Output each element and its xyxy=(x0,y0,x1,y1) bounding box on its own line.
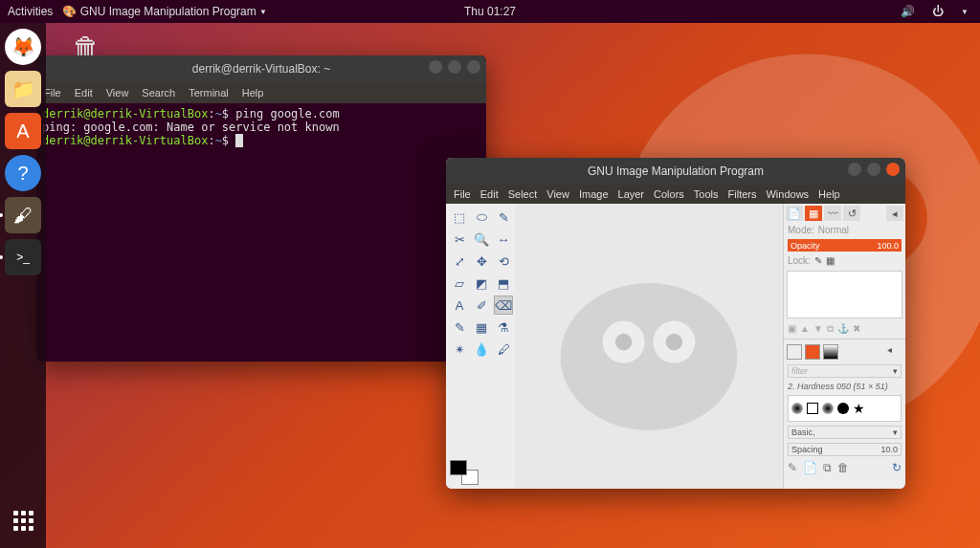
tool-18[interactable]: ✴ xyxy=(450,340,469,359)
maximize-button[interactable] xyxy=(448,60,461,74)
minimize-button[interactable] xyxy=(429,60,442,74)
tool-7[interactable]: ✥ xyxy=(472,252,491,271)
tool-6[interactable]: ⤢ xyxy=(450,252,469,271)
duplicate-brush-icon[interactable]: ⧉ xyxy=(823,461,832,474)
dock-software[interactable]: A xyxy=(5,113,41,149)
tool-12[interactable]: A xyxy=(450,296,469,315)
gimp-titlebar[interactable]: GNU Image Manipulation Program xyxy=(446,158,905,185)
dock-terminal[interactable]: >_ xyxy=(5,239,41,275)
gimp-menu-tools[interactable]: Tools xyxy=(694,188,719,200)
terminal-menu-view[interactable]: View xyxy=(106,87,129,99)
brush-preset-dropdown[interactable]: Basic,▾ xyxy=(788,426,902,439)
lower-layer-icon[interactable]: ▼ xyxy=(813,323,823,335)
tool-17[interactable]: ⚗ xyxy=(494,318,513,337)
configure-tab-icon[interactable]: ◂ xyxy=(887,344,902,360)
opacity-slider[interactable]: Opacity 100.0 xyxy=(788,239,902,252)
new-brush-icon[interactable]: 📄 xyxy=(803,461,817,474)
channels-tab[interactable]: ▦ xyxy=(805,206,822,221)
terminal-menu-file[interactable]: File xyxy=(44,87,61,99)
tool-9[interactable]: ▱ xyxy=(450,274,469,293)
terminal-titlebar[interactable]: derrik@derrik-VirtualBox: ~ xyxy=(36,55,486,82)
gimp-window: GNU Image Manipulation Program File Edit… xyxy=(446,158,905,489)
gimp-menu-windows[interactable]: Windows xyxy=(766,188,809,200)
layers-tab[interactable]: 📄 xyxy=(786,206,803,221)
dock-files[interactable]: 📁 xyxy=(5,71,41,107)
close-button[interactable] xyxy=(467,60,480,74)
gimp-canvas[interactable] xyxy=(515,204,783,489)
tool-5[interactable]: ↔ xyxy=(494,230,513,249)
gimp-menu-select[interactable]: Select xyxy=(508,188,538,200)
tool-20[interactable]: 🖊 xyxy=(494,340,513,359)
tool-1[interactable]: ⬭ xyxy=(472,208,491,227)
minimize-button[interactable] xyxy=(848,163,861,176)
dock-gimp[interactable]: 🖌 xyxy=(5,197,41,233)
tool-4[interactable]: 🔍 xyxy=(472,230,491,249)
delete-layer-icon[interactable]: ✖ xyxy=(853,323,860,335)
tool-3[interactable]: ✂ xyxy=(450,230,469,249)
gimp-menu-filters[interactable]: Filters xyxy=(728,188,757,200)
terminal-menu-terminal[interactable]: Terminal xyxy=(189,87,229,99)
wilber-logo xyxy=(515,204,783,489)
anchor-layer-icon[interactable]: ⚓ xyxy=(837,323,849,335)
layers-list[interactable] xyxy=(787,271,902,318)
system-menu-chevron-icon[interactable]: ▼ xyxy=(961,8,969,16)
clock[interactable]: Thu 01:27 xyxy=(464,5,516,18)
dock-firefox[interactable]: 🦊 xyxy=(5,29,41,65)
activities-button[interactable]: Activities xyxy=(8,5,53,18)
dock-help[interactable]: ? xyxy=(5,155,41,191)
terminal-menu-help[interactable]: Help xyxy=(242,87,264,99)
gimp-menu-layer[interactable]: Layer xyxy=(618,188,645,200)
terminal-body[interactable]: derrik@derrik-VirtualBox:~$ ping google.… xyxy=(36,103,486,362)
tool-0[interactable]: ⬚ xyxy=(450,208,469,227)
gimp-menu-edit[interactable]: Edit xyxy=(480,188,499,200)
terminal-menu-search[interactable]: Search xyxy=(142,87,175,99)
patterns-tab[interactable] xyxy=(805,344,820,360)
maximize-button[interactable] xyxy=(867,163,880,176)
svg-point-6 xyxy=(615,334,633,351)
tool-14[interactable]: ⌫ xyxy=(494,296,513,315)
gimp-dock-right: 📄 ▦ 〰 ↺ ◂ Mode: Normal Opacity 100.0 Loc… xyxy=(783,204,905,489)
app-menu[interactable]: 🎨 GNU Image Manipulation Program ▼ xyxy=(62,5,267,18)
gnome-topbar: Activities 🎨 GNU Image Manipulation Prog… xyxy=(0,0,980,23)
gimp-menu-file[interactable]: File xyxy=(454,188,471,200)
new-layer-icon[interactable]: ▣ xyxy=(788,323,796,335)
tool-10[interactable]: ◩ xyxy=(472,274,491,293)
volume-icon[interactable]: 🔊 xyxy=(901,5,915,18)
refresh-brush-icon[interactable]: ↻ xyxy=(892,461,902,474)
duplicate-layer-icon[interactable]: ⧉ xyxy=(827,323,834,335)
tool-8[interactable]: ⟲ xyxy=(494,252,513,271)
tool-19[interactable]: 💧 xyxy=(472,340,491,359)
terminal-menubar: File Edit View Search Terminal Help xyxy=(36,82,486,103)
tool-11[interactable]: ⬒ xyxy=(494,274,513,293)
terminal-menu-edit[interactable]: Edit xyxy=(75,87,93,99)
raise-layer-icon[interactable]: ▲ xyxy=(800,323,810,335)
tool-15[interactable]: ✎ xyxy=(450,318,469,337)
brush-filter-input[interactable]: filter▾ xyxy=(788,364,902,378)
edit-brush-icon[interactable]: ✎ xyxy=(788,461,797,474)
paths-tab[interactable]: 〰 xyxy=(824,206,841,221)
show-applications-button[interactable] xyxy=(5,502,41,538)
svg-point-3 xyxy=(561,283,738,430)
tool-16[interactable]: ▦ xyxy=(472,318,491,337)
gimp-menu-view[interactable]: View xyxy=(546,188,569,200)
brushes-tab[interactable] xyxy=(787,344,802,360)
brush-preview-grid[interactable] xyxy=(788,395,902,422)
gimp-menu-help[interactable]: Help xyxy=(818,188,840,200)
gimp-menu-colors[interactable]: Colors xyxy=(654,188,684,200)
tool-2[interactable]: ✎ xyxy=(494,208,513,227)
gimp-menu-image[interactable]: Image xyxy=(579,188,609,200)
tool-13[interactable]: ✐ xyxy=(472,296,491,315)
lock-pixels-icon[interactable]: ✎ xyxy=(814,255,822,266)
spacing-spinner[interactable]: Spacing 10.0 xyxy=(788,443,902,456)
lock-alpha-icon[interactable]: ▦ xyxy=(826,255,835,266)
svg-point-7 xyxy=(666,334,683,351)
mode-value[interactable]: Normal xyxy=(818,225,902,235)
undo-tab[interactable]: ↺ xyxy=(843,206,860,221)
configure-tab-icon[interactable]: ◂ xyxy=(886,206,903,221)
fg-bg-colors[interactable] xyxy=(450,460,479,485)
gradients-tab[interactable] xyxy=(823,344,838,360)
fg-color-swatch[interactable] xyxy=(450,460,467,475)
close-button[interactable] xyxy=(886,163,900,176)
delete-brush-icon[interactable]: 🗑 xyxy=(837,461,849,474)
power-icon[interactable]: ⏻ xyxy=(932,5,944,18)
